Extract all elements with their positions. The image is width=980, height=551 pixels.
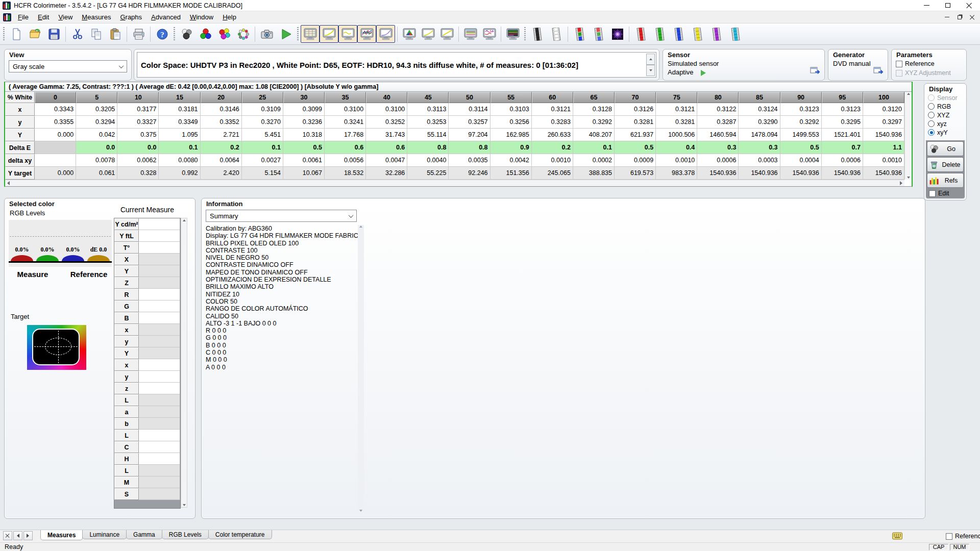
grid-cell[interactable]: 1540.936 xyxy=(863,129,904,141)
grid-column-header[interactable]: 0 xyxy=(35,92,76,103)
close-button[interactable] xyxy=(959,0,980,11)
grid-cell[interactable]: 0.3352 xyxy=(201,116,242,129)
scroll-up-icon[interactable] xyxy=(359,224,362,228)
grid-cell[interactable]: 0.0010 xyxy=(656,154,697,167)
scroll-down-icon[interactable] xyxy=(359,510,362,513)
information-dropdown[interactable]: Summary xyxy=(206,210,357,222)
grid-cell[interactable]: 0.3114 xyxy=(449,103,490,116)
spinner-down-button[interactable] xyxy=(646,65,655,76)
grid-column-header[interactable]: 45 xyxy=(407,92,449,103)
menu-view[interactable]: View xyxy=(54,12,77,22)
grid-cell[interactable]: 0.3103 xyxy=(491,103,532,116)
spinner-up-button[interactable] xyxy=(646,54,655,65)
grid-cell[interactable]: 1.1 xyxy=(863,141,904,154)
grid-cell[interactable]: 0.1 xyxy=(242,141,283,154)
menu-advanced[interactable]: Advanced xyxy=(146,12,185,22)
grid-cell[interactable]: 0.3281 xyxy=(615,116,656,129)
minimize-button[interactable] xyxy=(916,0,937,11)
grid-cell[interactable]: 0.3113 xyxy=(407,103,449,116)
grid-column-header[interactable]: 95 xyxy=(822,92,863,103)
grid-cell[interactable]: 0.3270 xyxy=(242,116,283,129)
scroll-tabs-right-button[interactable] xyxy=(23,531,33,540)
close-view-button[interactable] xyxy=(3,531,12,540)
grid-cell[interactable]: 0.042 xyxy=(76,129,117,141)
sensor-config-button[interactable] xyxy=(810,65,821,78)
grid-cell[interactable]: 0.3122 xyxy=(697,103,739,116)
grid-cell[interactable]: 0.3126 xyxy=(615,103,656,116)
measure-grayscale-button[interactable] xyxy=(177,25,196,43)
grid-cell[interactable]: 0.3253 xyxy=(407,116,449,129)
grid-cell[interactable]: 0.0003 xyxy=(739,154,780,167)
print-button[interactable] xyxy=(129,25,148,43)
mdi-close-icon[interactable] xyxy=(970,15,975,20)
menu-file[interactable]: File xyxy=(13,12,33,22)
grid-cell[interactable]: 0.3252 xyxy=(366,116,407,129)
maximize-button[interactable] xyxy=(937,0,959,11)
measure-free-button[interactable] xyxy=(234,25,253,43)
radio-rgb[interactable]: RGB xyxy=(924,102,966,111)
view-gamma-button[interactable] xyxy=(437,25,456,43)
grid-cell[interactable]: 5.154 xyxy=(242,167,283,180)
grid-cell[interactable]: 0.0040 xyxy=(407,154,449,167)
grid-cell[interactable] xyxy=(35,141,76,154)
grid-cell[interactable] xyxy=(35,154,76,167)
scroll-down-icon[interactable] xyxy=(183,504,186,508)
grid-cell[interactable]: 32.286 xyxy=(366,167,407,180)
run-measures-button[interactable] xyxy=(276,25,295,43)
grid-cell[interactable]: 151.356 xyxy=(491,167,532,180)
pattern-green-button[interactable] xyxy=(650,25,669,43)
grid-column-header[interactable]: 65 xyxy=(573,92,615,103)
menu-window[interactable]: Window xyxy=(185,12,218,22)
tab-luminance[interactable]: Luminance xyxy=(82,530,127,539)
grid-cell[interactable]: 0.8 xyxy=(407,141,449,154)
grid-cell[interactable]: 0.3121 xyxy=(656,103,697,116)
grid-column-header[interactable]: 70 xyxy=(615,92,656,103)
vertical-scrollbar[interactable] xyxy=(904,92,912,180)
paste-button[interactable] xyxy=(106,25,125,43)
scroll-up-icon[interactable] xyxy=(183,218,186,221)
go-button[interactable]: Go xyxy=(927,141,964,156)
grid-column-header[interactable]: 100 xyxy=(863,92,904,103)
grid-column-header[interactable]: 50 xyxy=(449,92,490,103)
grid-cell[interactable]: 0.0056 xyxy=(325,154,366,167)
grid-column-header[interactable]: 85 xyxy=(739,92,780,103)
grid-column-header[interactable]: 10 xyxy=(117,92,159,103)
scroll-up-icon[interactable] xyxy=(907,91,910,95)
grid-cell[interactable]: 10.318 xyxy=(283,129,325,141)
horizontal-scrollbar[interactable] xyxy=(5,180,904,186)
radio-xyz[interactable]: xyz xyxy=(924,119,966,128)
measure-primaries-button[interactable] xyxy=(196,25,215,43)
reference-bottom-checkbox[interactable]: Reference xyxy=(942,532,980,541)
pattern-black-button[interactable] xyxy=(528,25,547,43)
grid-cell[interactable]: 0.0006 xyxy=(822,154,863,167)
grid-cell[interactable]: 0.3292 xyxy=(780,116,822,129)
grid-column-header[interactable]: 15 xyxy=(159,92,200,103)
view-combined-button[interactable] xyxy=(503,25,522,43)
current-measure-scrollbar[interactable] xyxy=(181,218,187,508)
about-button[interactable]: ? xyxy=(153,25,172,43)
grid-cell[interactable]: 0.000 xyxy=(35,167,76,180)
grid-cell[interactable]: 0.7 xyxy=(822,141,863,154)
grid-cell[interactable]: 0.3120 xyxy=(863,103,904,116)
grid-cell[interactable]: 0.3 xyxy=(697,141,739,154)
grid-cell[interactable]: 0.3205 xyxy=(76,103,117,116)
grid-cell[interactable]: 0.3256 xyxy=(491,116,532,129)
grid-cell[interactable]: 17.768 xyxy=(325,129,366,141)
refs-button[interactable]: Refs xyxy=(927,173,964,188)
grid-cell[interactable]: 0.0006 xyxy=(697,154,739,167)
grid-cell[interactable]: 0.3295 xyxy=(822,116,863,129)
grid-column-header[interactable]: 40 xyxy=(366,92,407,103)
grid-cell[interactable]: 0.3292 xyxy=(573,116,615,129)
grid-cell[interactable]: 0.3287 xyxy=(697,116,739,129)
grid-cell[interactable]: 0.0061 xyxy=(283,154,325,167)
open-file-button[interactable] xyxy=(26,25,44,43)
edit-checkbox[interactable]: Edit xyxy=(927,189,964,198)
grid-cell[interactable]: 0.6 xyxy=(366,141,407,154)
grid-cell[interactable]: 619.573 xyxy=(615,167,656,180)
grid-cell[interactable]: 983.378 xyxy=(656,167,697,180)
grid-cell[interactable]: 0.5 xyxy=(283,141,325,154)
view-nearblack-curve-button[interactable] xyxy=(338,25,357,43)
view-cie-diagram-button[interactable] xyxy=(400,25,419,43)
grid-cell[interactable]: 0.3343 xyxy=(35,103,76,116)
grid-cell[interactable]: 2.420 xyxy=(201,167,242,180)
